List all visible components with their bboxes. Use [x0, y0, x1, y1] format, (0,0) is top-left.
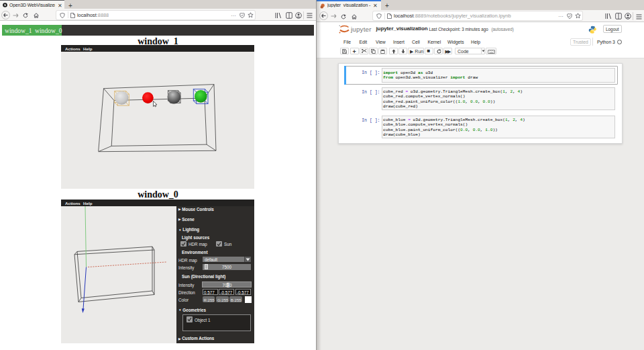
svg-text:jupyter: jupyter [350, 26, 372, 33]
